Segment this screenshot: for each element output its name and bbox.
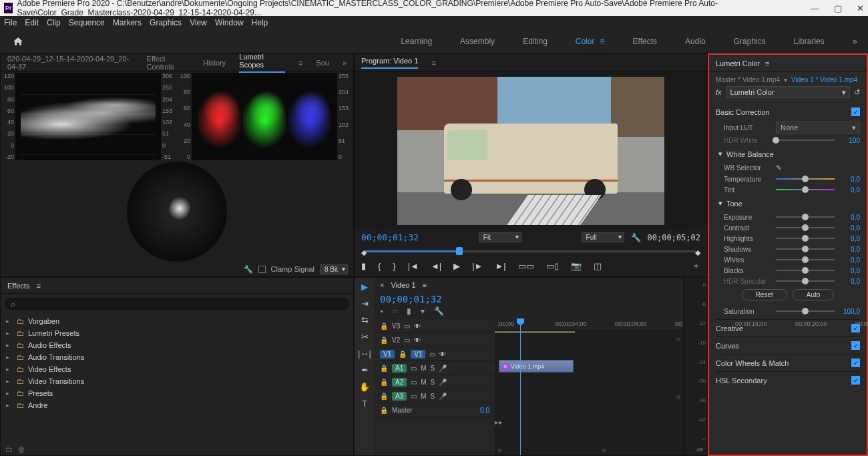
contrast-slider[interactable] — [776, 224, 835, 232]
menu-file[interactable]: File — [4, 18, 17, 27]
settings-icon[interactable]: ▾ — [421, 306, 425, 316]
preset-folder[interactable]: ▸🗀Audio Effects — [6, 339, 348, 351]
new-bin-icon[interactable]: 🗀 — [5, 445, 13, 453]
auto-button[interactable]: Auto — [793, 289, 835, 300]
track-a2[interactable]: 🔒A2▭MS🎤 — [375, 375, 495, 389]
curves-checkbox[interactable]: ✓ — [851, 341, 860, 350]
marker-icon[interactable]: ▮ — [407, 306, 411, 316]
zoom-handle[interactable]: ○ — [602, 446, 606, 454]
ripple-tool-icon[interactable]: ⇆ — [361, 315, 369, 325]
track-v2[interactable]: 🔒V2▭👁 — [375, 333, 495, 347]
tab-sou[interactable]: Sou — [316, 59, 329, 67]
mic-icon[interactable]: 🎤 — [439, 365, 447, 372]
timeline-timecode[interactable]: 00;00;01;32 — [380, 294, 678, 304]
go-in-icon[interactable]: |◄ — [408, 261, 419, 271]
effect-select[interactable]: Lumetri Color — [726, 86, 850, 98]
tab-lumetri-scopes[interactable]: Lumetri Scopes — [239, 53, 285, 73]
home-icon[interactable] — [11, 35, 25, 47]
panel-menu-icon[interactable]: ≡ — [423, 281, 427, 289]
sync-icon[interactable]: ▭ — [404, 336, 410, 344]
bit-depth-select[interactable]: 8 Bit — [320, 264, 348, 274]
play-icon[interactable]: ▶ — [453, 261, 460, 271]
tint-value[interactable]: 0,0 — [840, 186, 860, 194]
color-wheels-checkbox[interactable]: ✓ — [851, 359, 860, 367]
tab-source[interactable]: 020-04-29_12-15-14-2020-04-29_20-04-37 — [7, 55, 134, 71]
res-select[interactable]: Full — [582, 232, 624, 242]
scroll-handle[interactable]: ○ — [676, 393, 680, 401]
twirl-icon[interactable]: ▾ — [718, 199, 722, 208]
master-value[interactable]: 0,0 — [480, 407, 489, 414]
menu-view[interactable]: View — [190, 18, 207, 27]
sync-icon[interactable]: ▭ — [411, 365, 417, 372]
selection-tool-icon[interactable]: ▶ — [361, 282, 368, 292]
preset-folder[interactable]: ▸🗀Andre — [6, 399, 348, 411]
tint-slider[interactable] — [776, 186, 835, 194]
contrast-value[interactable]: 0,0 — [840, 224, 860, 232]
program-title[interactable]: Program: Video 1 — [361, 57, 418, 69]
step-back-icon[interactable]: ◄| — [431, 261, 441, 271]
video-clip[interactable]: fx Video 1.mp4 — [499, 360, 574, 373]
track-master[interactable]: 🔒Master0,0 — [375, 403, 495, 417]
chevron-down-icon[interactable]: ▾ — [784, 76, 787, 83]
preset-folder[interactable]: ▸🗀Lumetri Presets — [6, 327, 348, 339]
delete-icon[interactable]: 🗑 — [18, 445, 25, 453]
hsl-section[interactable]: HSL Secondary — [716, 377, 767, 385]
lock-icon[interactable]: 🔒 — [380, 393, 388, 400]
hand-tool-icon[interactable]: ✋ — [359, 382, 370, 392]
track-v1[interactable]: V1🔒V1▭👁 — [375, 347, 495, 361]
blacks-slider[interactable] — [776, 266, 835, 274]
type-tool-icon[interactable]: T — [362, 399, 367, 409]
fx-badge-icon[interactable]: fx — [716, 88, 722, 96]
tabs-overflow-icon[interactable]: » — [343, 59, 347, 67]
panel-menu-icon[interactable]: ≡ — [765, 59, 769, 67]
sync-icon[interactable]: ▭ — [411, 379, 417, 386]
saturation-slider[interactable] — [776, 307, 835, 315]
menu-graphics[interactable]: Graphics — [150, 18, 182, 27]
exposure-value[interactable]: 0,0 — [840, 214, 860, 221]
out-icon[interactable]: } — [393, 261, 395, 271]
camera-icon[interactable]: 📷 — [571, 261, 582, 271]
sync-icon[interactable]: ▭ — [429, 351, 435, 358]
src-patch[interactable]: V1 — [380, 350, 395, 359]
color-wheels-section[interactable]: Color Wheels & Match — [716, 359, 789, 367]
saturation-value[interactable]: 100,0 — [840, 308, 860, 315]
ws-color[interactable]: Color — [576, 37, 595, 46]
master-clip[interactable]: Master * Video 1.mp4 — [716, 76, 780, 83]
ws-effects[interactable]: Effects — [633, 37, 657, 46]
eye-icon[interactable]: 👁 — [439, 351, 446, 358]
razor-tool-icon[interactable]: ✂ — [361, 332, 369, 342]
track-a1[interactable]: 🔒A1▭MS🎤 — [375, 361, 495, 375]
twirl-icon[interactable]: ▾ — [718, 150, 722, 158]
in-icon[interactable]: { — [378, 261, 381, 271]
ws-graphics[interactable]: Graphics — [734, 37, 766, 46]
seq-clip[interactable]: Video 1 * Video 1.mp4 — [791, 76, 857, 83]
snap-icon[interactable]: ⭑ — [380, 306, 383, 316]
linked-icon[interactable]: ⎓ — [393, 306, 397, 316]
menu-sequence[interactable]: Sequence — [69, 18, 105, 27]
panel-menu-icon[interactable]: ≡ — [36, 282, 40, 290]
program-viewer[interactable] — [397, 77, 664, 225]
shadows-value[interactable]: 0,0 — [840, 246, 860, 253]
temperature-slider[interactable] — [776, 175, 835, 183]
mic-icon[interactable]: 🎤 — [439, 393, 447, 400]
compare-icon[interactable]: ◫ — [594, 261, 602, 271]
zoom-select[interactable]: Fit — [479, 232, 521, 242]
tab-effect-controls[interactable]: Effect Controls — [147, 55, 190, 71]
preset-folder[interactable]: ▸🗀Vorgaben — [6, 315, 348, 327]
eyedropper-icon[interactable]: ✎ — [776, 164, 782, 172]
highlights-slider[interactable] — [776, 234, 835, 242]
playhead[interactable] — [520, 319, 521, 455]
track-a3[interactable]: 🔒A3▭MS🎤 — [375, 389, 495, 403]
lock-icon[interactable]: 🔒 — [380, 365, 388, 372]
panel-menu-icon[interactable]: ≡ — [431, 59, 435, 67]
wrench-icon[interactable]: 🔧 — [434, 306, 444, 316]
lock-icon[interactable]: 🔒 — [380, 336, 388, 344]
menu-window[interactable]: Window — [215, 18, 244, 27]
eye-icon[interactable]: 👁 — [414, 322, 421, 330]
menu-edit[interactable]: Edit — [25, 18, 39, 27]
work-area[interactable] — [495, 331, 575, 333]
preset-folder[interactable]: ▸🗀Video Effects — [6, 363, 348, 375]
sync-icon[interactable]: ▭ — [404, 322, 410, 330]
reset-button[interactable]: Reset — [742, 289, 787, 300]
blacks-value[interactable]: 0,0 — [840, 267, 860, 274]
